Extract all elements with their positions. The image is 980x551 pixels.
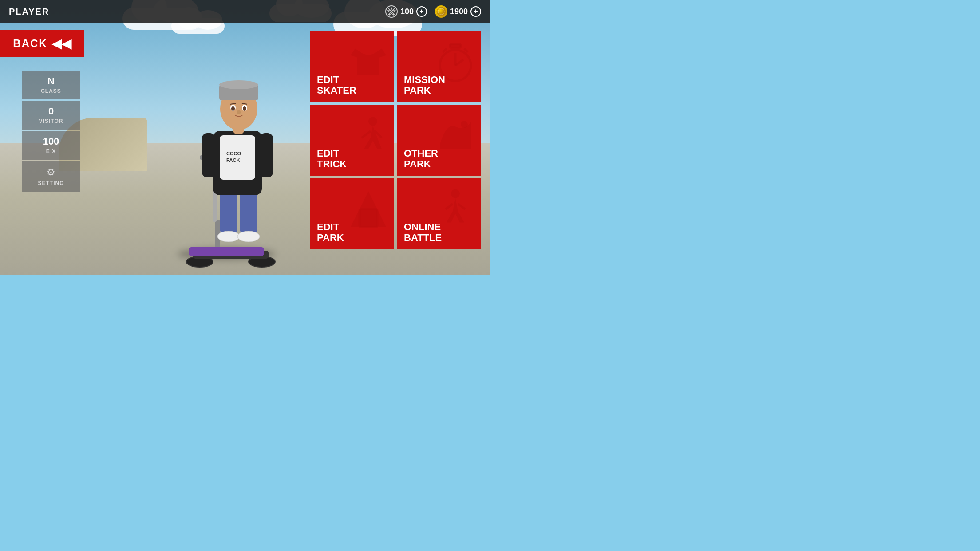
menu-grid: EDITSKATER MISSIONPARK EDITTRICK [310,31,481,249]
edit-trick-label: EDITTRICK [317,148,347,169]
class-label: CLASS [41,88,61,94]
gear-icon: ⚙ [47,167,55,178]
svg-point-33 [237,110,241,114]
edit-skater-card[interactable]: EDITSKATER [310,31,394,102]
svg-line-48 [458,204,465,209]
stat-visitor: 0 VISITOR [22,101,80,130]
coin-icon [435,5,447,18]
svg-point-30 [243,106,246,111]
ex-label: E X [46,148,56,154]
svg-text:PACK: PACK [226,157,240,163]
other-park-label: OTHERPARK [404,148,438,169]
svg-line-39 [464,49,468,52]
add-x-button[interactable]: + [416,6,427,17]
coin-currency-group: 1900 + [435,5,481,18]
setting-label: SETTING [38,180,64,186]
mission-park-label: MISSIONPARK [404,75,445,96]
edit-park-card[interactable]: EDITPARK [310,178,394,249]
back-button[interactable]: BACK ◀◀ [0,30,84,57]
svg-text:COCO: COCO [226,151,241,156]
svg-line-36 [455,60,463,66]
svg-point-15 [237,231,260,242]
header-currencies: 100 + 1900 + [385,5,481,18]
edit-park-label: EDITPARK [317,222,344,243]
page-title: PLAYER [9,7,49,17]
svg-rect-12 [220,193,237,233]
stat-ex: 100 E X [22,131,80,160]
svg-line-38 [443,49,447,52]
svg-rect-13 [240,193,257,233]
svg-rect-20 [202,133,215,177]
ex-value: 100 [43,137,59,146]
svg-rect-21 [260,133,273,177]
coin-amount: 1900 [450,7,468,16]
edit-park-icon [346,187,391,241]
edit-trick-card[interactable]: EDITTRICK [310,105,394,176]
svg-rect-9 [189,247,264,256]
x-amount: 100 [400,7,414,16]
svg-point-26 [219,80,258,89]
other-park-icon [433,114,478,167]
svg-rect-45 [360,209,377,227]
svg-line-47 [446,204,453,209]
visitor-label: VISITOR [39,118,63,124]
svg-point-43 [461,121,468,128]
svg-point-29 [231,106,235,111]
svg-point-46 [451,189,460,198]
stat-class: N CLASS [22,71,80,99]
mission-park-card[interactable]: MISSIONPARK [397,31,481,102]
stat-setting[interactable]: ⚙ SETTING [22,161,80,192]
class-value: N [47,76,55,86]
svg-point-40 [368,117,377,126]
svg-line-41 [362,131,371,138]
visitor-value: 0 [48,106,54,116]
x-currency-icon [385,5,398,18]
trick-person-icon [346,114,391,167]
x-currency-group: 100 + [385,5,427,18]
online-battle-card[interactable]: ONLINEBATTLE [397,178,481,249]
character-model: COCO PACK [155,42,297,273]
online-battle-label: ONLINEBATTLE [404,222,442,243]
stats-panel: N CLASS 0 VISITOR 100 E X ⚙ SETTING [22,71,80,192]
edit-skater-label: EDITSKATER [317,75,356,96]
header-bar: PLAYER 100 + [0,0,490,23]
add-coin-button[interactable]: + [470,6,481,17]
back-label: BACK [13,37,47,50]
other-park-card[interactable]: OTHERPARK [397,105,481,176]
svg-point-14 [217,231,240,242]
back-arrow-icon: ◀◀ [52,36,71,51]
svg-rect-37 [450,44,461,48]
